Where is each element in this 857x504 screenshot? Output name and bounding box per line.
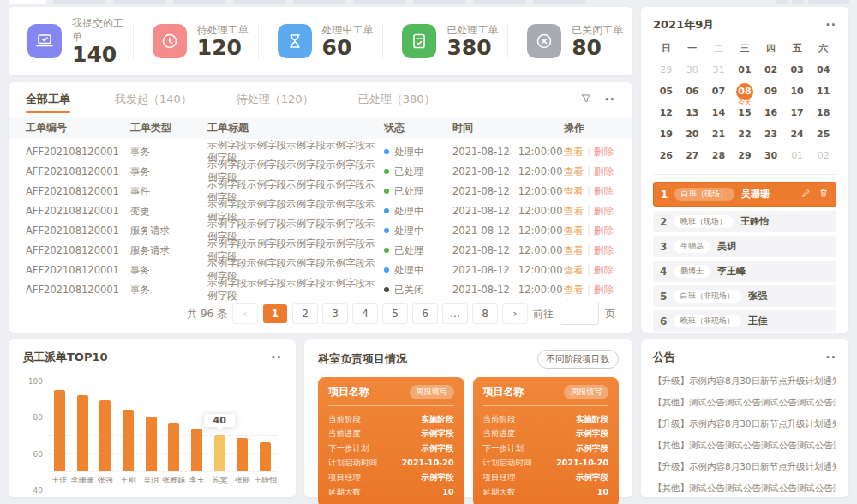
calendar-day-today[interactable]: 08今天: [732, 81, 758, 101]
calendar-day[interactable]: 25: [810, 124, 836, 144]
cropped-tab[interactable]: [353, 0, 406, 4]
bar[interactable]: [214, 435, 225, 471]
chart-more-icon[interactable]: ··: [271, 353, 282, 362]
notice-item[interactable]: 【升级】示例内容8月30日新节点升级计划通知: [653, 456, 836, 477]
view-link[interactable]: 查看: [564, 165, 584, 177]
calendar-day[interactable]: 29: [732, 146, 758, 165]
stage-count-button[interactable]: 不同阶段项目数: [537, 350, 620, 369]
page-ellipsis[interactable]: …: [443, 304, 467, 323]
delete-link[interactable]: 删除: [594, 146, 614, 158]
notice-item[interactable]: 【升级】示例内容8月30日新节点升级计划通知: [653, 370, 836, 392]
tab-active[interactable]: 全部工单: [26, 82, 70, 117]
calendar-more-icon[interactable]: ··: [825, 21, 836, 29]
bar[interactable]: [146, 417, 157, 471]
cropped-tab[interactable]: [233, 0, 286, 4]
shift-row[interactable]: 6晚班（非现场）王佳: [653, 310, 836, 332]
bar[interactable]: [237, 438, 248, 471]
tab-item[interactable]: 已处理（380）: [358, 82, 435, 117]
bar[interactable]: [123, 410, 134, 471]
view-link[interactable]: 查看: [564, 225, 584, 237]
shift-row[interactable]: 5白班（非现场）张强: [653, 285, 836, 307]
cropped-tab[interactable]: [293, 0, 346, 4]
calendar-day[interactable]: 17: [784, 103, 811, 123]
notice-item[interactable]: 【升级】示例内容8月30日新节点升级计划通知: [653, 413, 836, 435]
weekly-report-badge[interactable]: 周报填写: [410, 385, 454, 399]
page-button[interactable]: 3: [323, 304, 347, 323]
weekly-report-badge[interactable]: 周报填写: [564, 385, 608, 399]
view-link[interactable]: 查看: [564, 146, 584, 158]
calendar-day[interactable]: 12: [653, 103, 680, 123]
notice-item[interactable]: 【其他】测试公告测试公告测试公告测试公告测试公告: [653, 477, 836, 499]
delete-link[interactable]: 删除: [594, 284, 614, 296]
calendar-day[interactable]: 04: [810, 60, 836, 80]
bar[interactable]: [54, 390, 65, 471]
cropped-tab[interactable]: [776, 0, 788, 4]
calendar-day[interactable]: 23: [758, 124, 784, 144]
delete-link[interactable]: 删除: [594, 264, 614, 276]
calendar-day[interactable]: 07: [705, 81, 732, 101]
shift-row[interactable]: 1白班（现场）吴珊珊: [653, 182, 836, 207]
view-link[interactable]: 查看: [564, 264, 584, 276]
calendar-day[interactable]: 02: [758, 60, 784, 80]
page-button[interactable]: 1: [263, 304, 287, 323]
edit-icon[interactable]: [801, 188, 812, 201]
calendar-day[interactable]: 26: [653, 146, 680, 165]
calendar-day[interactable]: 01: [732, 60, 758, 80]
delete-link[interactable]: 删除: [594, 205, 614, 217]
calendar-day[interactable]: 01: [784, 146, 811, 165]
calendar-day[interactable]: 03: [784, 60, 811, 80]
filter-icon[interactable]: [580, 92, 592, 108]
view-link[interactable]: 查看: [564, 185, 584, 197]
page-button[interactable]: 4: [353, 304, 377, 323]
bar[interactable]: [168, 423, 179, 471]
view-link[interactable]: 查看: [564, 244, 584, 256]
bar[interactable]: [99, 400, 111, 471]
cropped-tab[interactable]: [9, 0, 46, 4]
calendar-day[interactable]: 30: [680, 60, 706, 80]
notice-more-icon[interactable]: ··: [825, 353, 836, 362]
view-link[interactable]: 查看: [564, 284, 584, 296]
page-button[interactable]: 8: [473, 304, 497, 323]
tab-item[interactable]: 我发起（140）: [115, 82, 192, 117]
calendar-day[interactable]: 28: [705, 146, 732, 165]
calendar-day[interactable]: 22: [732, 124, 758, 144]
calendar-day[interactable]: 24: [784, 124, 811, 144]
calendar-day[interactable]: 05: [653, 81, 680, 101]
view-link[interactable]: 查看: [564, 205, 584, 217]
delete-link[interactable]: 删除: [594, 165, 614, 177]
calendar-day[interactable]: 31: [705, 60, 732, 80]
goto-page-input[interactable]: [560, 303, 599, 325]
shift-row[interactable]: 2晚班（现场）王静怡: [653, 211, 836, 232]
calendar-day[interactable]: 18: [810, 103, 836, 123]
delete-link[interactable]: 删除: [594, 244, 614, 256]
calendar-day[interactable]: 09: [758, 81, 784, 101]
cropped-tab[interactable]: [413, 0, 466, 4]
calendar-day[interactable]: 11: [810, 81, 836, 101]
bar[interactable]: [77, 395, 88, 471]
notice-item[interactable]: 【其他】测试公告测试公告测试公告测试公告测试公告: [653, 392, 836, 413]
calendar-day[interactable]: 06: [680, 81, 706, 101]
next-page-button[interactable]: ›: [503, 304, 527, 323]
tab-item[interactable]: 待处理（120）: [237, 82, 314, 117]
calendar-day[interactable]: 29: [653, 60, 680, 80]
trash-icon[interactable]: [818, 188, 829, 201]
delete-link[interactable]: 删除: [594, 225, 614, 237]
shift-row[interactable]: 3生物岛吴玥: [653, 236, 836, 257]
calendar-day[interactable]: 15: [732, 103, 758, 123]
cropped-tab[interactable]: [533, 0, 586, 4]
calendar-day[interactable]: 13: [680, 103, 706, 123]
calendar-day[interactable]: 20: [680, 124, 706, 144]
cropped-tab[interactable]: [173, 0, 226, 4]
bar[interactable]: [260, 442, 271, 471]
page-button[interactable]: 6: [413, 304, 437, 323]
calendar-day[interactable]: 19: [653, 124, 680, 144]
cropped-tab[interactable]: [792, 0, 804, 4]
cropped-tab[interactable]: [113, 0, 166, 4]
table-more-icon[interactable]: ··: [604, 95, 615, 104]
delete-link[interactable]: 删除: [594, 185, 614, 197]
cropped-tab[interactable]: [808, 0, 849, 4]
calendar-day[interactable]: 14: [705, 103, 732, 123]
calendar-day[interactable]: 27: [680, 146, 706, 165]
calendar-day[interactable]: 10: [784, 81, 811, 101]
calendar-day[interactable]: 21: [705, 124, 732, 144]
